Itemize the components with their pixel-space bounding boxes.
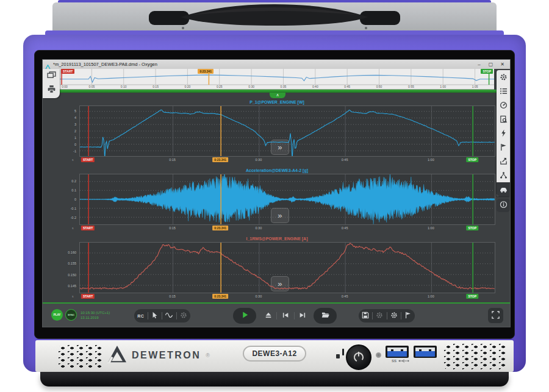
power-chart-title: P_1@POWER_ENGINE [W] (59, 99, 495, 105)
overview-tick-label: 0:30 (248, 85, 254, 88)
y-tick-label: 0.2 (71, 179, 76, 183)
event-flag-icon[interactable] (404, 310, 412, 321)
overview-tick-label: 0:50 (376, 85, 382, 88)
current-chart-plot[interactable]: » (79, 242, 495, 293)
fullscreen-button[interactable] (488, 308, 503, 323)
y-tick-label: 3 (74, 123, 76, 126)
x-tick-label: 0:30 (255, 294, 262, 298)
overview-tick-label: 0:20 (185, 85, 191, 88)
measurement-gauge-icon[interactable] (497, 98, 510, 112)
window-title: *m_20191113_101507_DEWE3-PA8.dmd - Oxyge… (53, 62, 157, 67)
y-tick-label: 0.145 (68, 284, 76, 288)
x-tick-label: 0:45 (342, 294, 348, 298)
power-icon (351, 350, 366, 365)
cursor-time-badge[interactable]: 0:23.341 (212, 294, 228, 299)
signal-tool-icon[interactable] (165, 310, 173, 321)
tool-settings-gear-icon[interactable] (180, 310, 187, 321)
screen-report-icon[interactable] (497, 112, 510, 126)
usb-port-1 (386, 346, 409, 358)
network-icon[interactable] (497, 168, 510, 182)
skip-to-start-icon[interactable] (282, 310, 289, 321)
timeline-overview[interactable]: 0:000:050:100:150:200:250:300:350:400:45… (60, 69, 494, 90)
x-tick-label: 0:45 (342, 226, 348, 230)
info-icon (500, 200, 508, 211)
indicator-bar (342, 349, 344, 355)
x-axis-unit: s (72, 158, 74, 162)
remote-control-button[interactable]: RC (137, 314, 144, 318)
timestamp: 10:15:30 (UTC+1) 13.11.2019 (81, 310, 110, 320)
vehicle-mode-icon[interactable] (497, 182, 510, 196)
current-x-axis: s0:150:300:451:00START0:23.341STOP (59, 293, 495, 300)
printer-icon (47, 85, 56, 96)
sync-status-badge: SYNC (65, 309, 77, 321)
x-tick-label: 1:00 (428, 294, 434, 298)
open-file-button[interactable] (314, 308, 337, 324)
acceleration-chart-title: Acceleration@DEWE3-A4-2 [g] (59, 167, 495, 174)
cursor-tool-icon[interactable] (151, 310, 159, 321)
transport-controls (260, 308, 311, 324)
y-tick-label: 1 (74, 136, 76, 140)
overview-start-badge: START (61, 69, 74, 74)
overview-tick-label: 1:05 (472, 85, 478, 88)
y-tick-label: 4 (74, 116, 76, 119)
print-report-tab[interactable] (45, 85, 57, 96)
stop-marker-badge: STOP (466, 157, 478, 162)
overview-tick-label: 0:05 (88, 85, 95, 88)
power-chart-panel: P_1@POWER_ENGINE [W] 543210-1 » s0:150:3… (59, 99, 495, 163)
overview-tick-label: 0:10 (121, 85, 127, 88)
overview-cursor-badge[interactable]: 0:23.341 (198, 69, 214, 74)
channel-list-icon[interactable] (497, 84, 510, 98)
trigger-bolt-icon[interactable] (497, 126, 510, 140)
info-button[interactable] (497, 199, 510, 212)
screw-right (365, 27, 367, 29)
marker-flag-icon[interactable] (497, 140, 510, 154)
cursor-time-badge[interactable]: 0:23.341 (212, 157, 228, 162)
cursor-time-badge[interactable]: 0:23.341 (212, 226, 228, 230)
power-chart-plot[interactable]: » (79, 105, 495, 157)
power-y-axis: 543210-1 (59, 105, 79, 157)
y-tick-label: 2 (74, 129, 76, 133)
overview-stop-badge: STOP (481, 69, 493, 74)
usb-port-2 (414, 346, 437, 358)
dewetron-logo (107, 345, 127, 366)
stop-marker-badge: STOP (466, 226, 478, 230)
export-icon[interactable] (497, 154, 510, 168)
speaker-grille-left (59, 345, 102, 368)
minimize-button[interactable]: – (474, 60, 484, 68)
fullscreen-icon (492, 310, 500, 321)
stop-marker-badge: STOP (466, 294, 478, 299)
x-tick-label: 1:00 (428, 226, 434, 230)
y-tick-label: 0.1 (71, 188, 76, 192)
device-base (40, 372, 509, 387)
registered-mark: ® (206, 352, 210, 358)
settings-gear-icon[interactable] (497, 70, 510, 84)
screens-tab[interactable] (45, 71, 57, 82)
x-tick-label: 0:45 (342, 158, 348, 162)
export-settings-gear-icon[interactable] (376, 310, 383, 321)
play-icon (241, 310, 249, 321)
current-chart-panel: I_1RMS@POWER_ENGINE [A] 0.1600.1550.1500… (59, 235, 495, 300)
skip-to-end-icon[interactable] (299, 310, 306, 321)
oxygen-app-window: *m_20191113_101507_DEWE3-PA8.dmd - Oxyge… (43, 60, 510, 327)
collapse-chevron[interactable]: ∧ (270, 93, 285, 98)
right-toolbar (497, 70, 510, 196)
play-button[interactable] (233, 308, 256, 324)
screen-settings-gear-icon[interactable] (390, 310, 398, 321)
maximize-button[interactable]: ▢ (486, 60, 496, 68)
overview-tick-label: 0:45 (344, 85, 350, 88)
y-tick-label: 0.155 (68, 262, 76, 265)
acceleration-x-axis: s0:150:300:451:00START0:23.341STOP (59, 225, 495, 232)
oxygen-logo-icon (45, 62, 51, 67)
y-tick-label: 0.160 (68, 251, 76, 254)
y-tick-label: 0 (74, 198, 76, 201)
acceleration-chart-plot[interactable]: » (79, 174, 495, 225)
close-button[interactable]: ✕ (497, 60, 508, 68)
x-axis-unit: s (72, 294, 74, 298)
clock-time: 10:15:30 (UTC+1) (81, 310, 110, 315)
bottom-toolbar: PLAY SYNC 10:15:30 (UTC+1) 13.11.2019 RC (43, 302, 510, 327)
power-x-axis: s0:150:300:451:00START0:23.341STOP (59, 157, 495, 163)
overview-tick-label: 0:40 (312, 85, 318, 88)
save-icon[interactable] (362, 310, 369, 321)
start-marker-badge: START (81, 157, 95, 162)
eject-icon[interactable] (265, 310, 272, 321)
